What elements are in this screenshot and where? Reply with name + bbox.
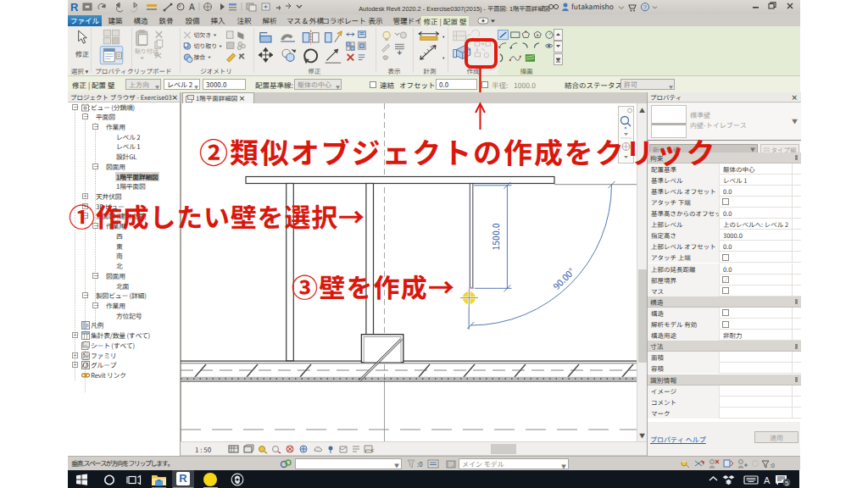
svg-text:º: º [178, 2, 181, 11]
svg-text:接合: 接合 [193, 53, 205, 61]
svg-text:90.00°: 90.00° [550, 265, 577, 292]
svg-text:切欠き: 切欠き [193, 30, 211, 39]
svg-text:futakamisho: futakamisho [571, 2, 614, 11]
svg-text:?: ? [643, 2, 647, 11]
svg-text:A: A [189, 3, 195, 12]
svg-text:5: 5 [785, 480, 789, 487]
svg-text:1500.0: 1500.0 [489, 223, 502, 250]
svg-text::0: :0 [417, 459, 423, 469]
svg-text:切り取り: 切り取り [193, 42, 217, 50]
svg-text:A: A [764, 475, 771, 485]
svg-text::0: :0 [770, 461, 775, 469]
